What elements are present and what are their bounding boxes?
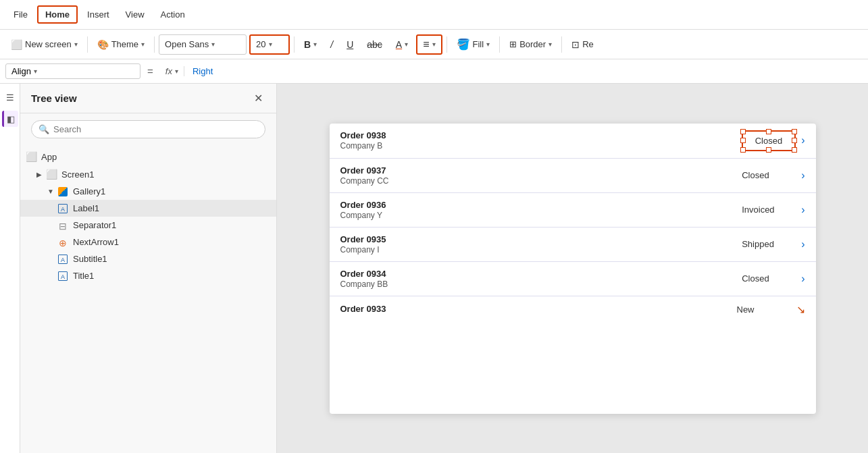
gallery-item-5-title: Order 0933 [340, 304, 732, 314]
underline-button[interactable]: U [341, 36, 359, 53]
handle-bl[interactable] [740, 147, 746, 153]
hamburger-icon[interactable]: ☰ [2, 89, 18, 105]
tree-item-separator1[interactable]: ⊟ Separator1 [20, 217, 276, 234]
bold-button[interactable]: B ▾ [299, 36, 322, 53]
tree-search-box[interactable]: 🔍 [31, 120, 265, 138]
gallery-item-5-arrow[interactable]: ↘ [796, 303, 805, 316]
menu-bar: File Home Insert View Action [0, 0, 868, 30]
sep5 [499, 36, 500, 53]
tree-nextarrow1-label: NextArrow1 [73, 237, 119, 247]
gallery-item-2-arrow[interactable]: › [801, 204, 805, 216]
theme-label: Theme [111, 39, 138, 49]
fill-button[interactable]: 🪣 Fill ▾ [451, 35, 496, 53]
tree-item-app[interactable]: ⬜ App [20, 148, 276, 165]
font-family-dropdown[interactable]: Open Sans ▾ [159, 34, 247, 55]
tree-search-icon: 🔍 [39, 124, 49, 134]
gallery-item-1-title: Order 0937 [340, 165, 737, 176]
font-color-button[interactable]: A ▾ [390, 36, 413, 53]
hamburger-symbol: ☰ [6, 92, 14, 103]
handle-tl[interactable] [740, 129, 746, 134]
menu-item-home[interactable]: Home [37, 5, 78, 24]
layers-icon[interactable]: ◧ [2, 111, 18, 127]
font-size-dropdown[interactable]: 20 ▾ [249, 34, 290, 55]
strikethrough-button[interactable]: abc [361, 36, 388, 53]
handle-br[interactable] [792, 147, 797, 153]
tree-item-nextarrow1[interactable]: ⊕ NextArrow1 [20, 234, 276, 250]
toolbar: ⬜ New screen ▾ 🎨 Theme ▾ Open Sans ▾ 20 … [0, 30, 868, 59]
theme-button[interactable]: 🎨 Theme ▾ [92, 36, 150, 53]
align-icon: ≡ [423, 38, 429, 51]
tree-title1-label: Title1 [73, 271, 94, 281]
bold-icon: B [304, 39, 311, 50]
gallery-item-5[interactable]: Order 0933 New ↘ [330, 296, 816, 323]
handle-ml[interactable] [740, 138, 746, 143]
gallery-item-4-arrow[interactable]: › [801, 273, 805, 285]
font-size-chevron: ▾ [269, 41, 272, 48]
italic-button[interactable]: / [325, 36, 338, 53]
re-button[interactable]: ⊡ Re [566, 36, 599, 53]
gallery-item-3[interactable]: Order 0935 Company I Shipped › [330, 228, 816, 262]
gallery-item-4[interactable]: Order 0934 Company BB Closed › [330, 262, 816, 296]
tree-search-input[interactable] [53, 124, 258, 134]
new-screen-button[interactable]: ⬜ New screen ▾ [5, 36, 83, 53]
gallery-item-5-status: New [737, 304, 791, 315]
gallery-item-2-title: Order 0936 [340, 200, 737, 210]
canvas-area: Order 0938 Company B Closed [277, 84, 868, 453]
canvas-frame: Order 0938 Company B Closed [330, 124, 816, 414]
tree-app-icon: ⬜ [26, 151, 37, 162]
gallery-item-2[interactable]: Order 0936 Company Y Invoiced › [330, 193, 816, 228]
gallery-item-3-arrow[interactable]: › [801, 238, 805, 250]
sep3 [294, 36, 295, 53]
fill-label: Fill [473, 39, 484, 49]
tree-item-screen1[interactable]: ▶ ⬜ Screen1 [20, 165, 276, 183]
formula-value: Right [187, 66, 218, 76]
gallery-list: Order 0938 Company B Closed [330, 124, 816, 323]
underline-icon: U [347, 39, 353, 50]
tree-item-title1[interactable]: A Title1 [20, 267, 276, 284]
re-label: Re [582, 39, 594, 49]
align-button[interactable]: ≡ ▾ [416, 34, 442, 55]
gallery-item-4-info: Order 0934 Company BB [340, 269, 737, 289]
tree-screen1-label: Screen1 [61, 169, 94, 180]
tree-screen1-arrow: ▶ [36, 171, 42, 178]
gallery-item-0[interactable]: Order 0938 Company B Closed [330, 124, 816, 159]
tree-subtitle1-label: Subtitle1 [73, 254, 107, 264]
gallery-item-1[interactable]: Order 0937 Company CC Closed › [330, 159, 816, 193]
gallery-item-3-info: Order 0935 Company I [340, 234, 737, 255]
menu-item-action[interactable]: Action [154, 7, 192, 22]
gallery-item-0-subtitle: Company B [340, 141, 736, 151]
gallery-item-3-subtitle: Company I [340, 245, 737, 255]
menu-item-view[interactable]: View [119, 7, 151, 22]
handle-tr[interactable] [792, 129, 797, 134]
gallery-item-2-info: Order 0936 Company Y [340, 200, 737, 220]
border-button[interactable]: ⊞ Border ▾ [504, 36, 557, 52]
font-family-value: Open Sans [165, 39, 209, 49]
handle-tm[interactable] [766, 129, 771, 134]
tree-separator1-icon: ⊟ [58, 221, 68, 230]
formula-bar: Align ▾ = fx ▾ Right [0, 59, 868, 84]
menu-item-insert[interactable]: Insert [80, 7, 116, 22]
fx-label: fx [165, 66, 172, 76]
tree-label1-label: Label1 [73, 203, 99, 213]
gallery-item-1-arrow[interactable]: › [801, 169, 805, 182]
handle-bm[interactable] [766, 147, 771, 153]
tree-title1-icon: A [58, 271, 68, 281]
new-screen-chevron: ▾ [74, 41, 78, 48]
handle-mr[interactable] [792, 138, 797, 143]
tree-item-subtitle1[interactable]: A Subtitle1 [20, 250, 276, 267]
border-icon: ⊞ [509, 39, 517, 49]
gallery-item-1-subtitle: Company CC [340, 176, 737, 186]
sep6 [561, 36, 562, 53]
sep4 [446, 36, 447, 53]
tree-item-label1[interactable]: A Label1 [20, 200, 276, 217]
menu-item-file[interactable]: File [7, 7, 34, 22]
tree-close-button[interactable]: ✕ [251, 90, 265, 106]
formula-selector[interactable]: Align ▾ [5, 63, 141, 79]
tree-item-gallery1[interactable]: ▼ Gallery1 [20, 183, 276, 200]
gallery-item-0-arrow[interactable]: › [801, 134, 805, 146]
tree-panel: Tree view ✕ 🔍 ⬜ App ▶ ⬜ Screen1 ▼ Galle [20, 84, 277, 453]
tree-label1-icon: A [58, 204, 68, 213]
border-label: Border [519, 39, 546, 49]
new-screen-label: New screen [25, 39, 72, 49]
theme-chevron: ▾ [141, 41, 145, 48]
